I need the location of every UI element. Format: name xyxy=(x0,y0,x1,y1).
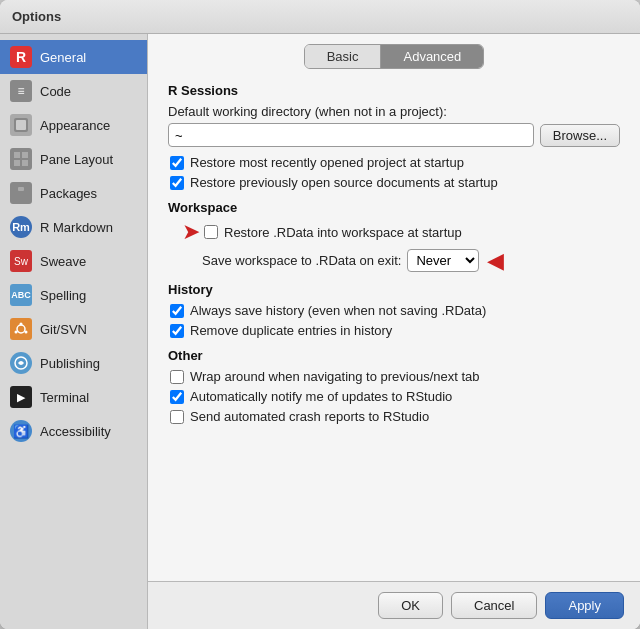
crash-reports-row: Send automated crash reports to RStudio xyxy=(168,409,620,424)
settings-area: R Sessions Default working directory (wh… xyxy=(148,69,640,581)
appearance-icon xyxy=(10,114,32,136)
wrap-around-label: Wrap around when navigating to previous/… xyxy=(190,369,480,384)
apply-button[interactable]: Apply xyxy=(545,592,624,619)
save-history-row: Always save history (even when not savin… xyxy=(168,303,620,318)
sidebar-item-rmarkdown[interactable]: Rm R Markdown xyxy=(0,210,147,244)
sidebar-item-general[interactable]: R General xyxy=(0,40,147,74)
notify-updates-row: Automatically notify me of updates to RS… xyxy=(168,389,620,404)
sweave-icon: Sw xyxy=(10,250,32,272)
save-history-label: Always save history (even when not savin… xyxy=(190,303,486,318)
browse-button[interactable]: Browse... xyxy=(540,124,620,147)
sidebar-item-sweave[interactable]: Sw Sweave xyxy=(0,244,147,278)
sidebar-label-terminal: Terminal xyxy=(40,390,89,405)
restore-rdata-row: Restore .RData into workspace at startup xyxy=(202,225,462,240)
code-icon: ≡ xyxy=(10,80,32,102)
restore-rdata-row-wrapper: ➤ Restore .RData into workspace at start… xyxy=(168,221,620,243)
pane-layout-icon xyxy=(10,148,32,170)
left-arrow-container: ➤ xyxy=(168,221,200,243)
sidebar-item-code[interactable]: ≡ Code xyxy=(0,74,147,108)
tab-advanced[interactable]: Advanced xyxy=(381,45,483,68)
notify-updates-label: Automatically notify me of updates to RS… xyxy=(190,389,452,404)
svg-rect-2 xyxy=(14,152,20,158)
sidebar-label-appearance: Appearance xyxy=(40,118,110,133)
r-sessions-title: R Sessions xyxy=(168,83,620,98)
packages-icon xyxy=(10,182,32,204)
restore-source-label: Restore previously open source documents… xyxy=(190,175,498,190)
sidebar: R General ≡ Code Appearance Pane Layout xyxy=(0,34,148,629)
tab-basic[interactable]: Basic xyxy=(305,45,382,68)
sidebar-item-appearance[interactable]: Appearance xyxy=(0,108,147,142)
restore-source-checkbox[interactable] xyxy=(170,176,184,190)
svg-rect-5 xyxy=(22,160,28,166)
restore-rdata-checkbox[interactable] xyxy=(204,225,218,239)
workspace-title: Workspace xyxy=(168,200,620,215)
main-panel: Basic Advanced R Sessions Default workin… xyxy=(148,34,640,629)
sidebar-item-pane-layout[interactable]: Pane Layout xyxy=(0,142,147,176)
sidebar-item-spelling[interactable]: ABC Spelling xyxy=(0,278,147,312)
restore-project-row: Restore most recently opened project at … xyxy=(168,155,620,170)
ok-button[interactable]: OK xyxy=(378,592,443,619)
sidebar-item-publishing[interactable]: Publishing xyxy=(0,346,147,380)
sidebar-item-terminal[interactable]: ▶ Terminal xyxy=(0,380,147,414)
restore-project-label: Restore most recently opened project at … xyxy=(190,155,464,170)
svg-point-8 xyxy=(17,325,25,333)
right-arrow-icon: ◀ xyxy=(487,250,504,272)
accessibility-icon: ♿ xyxy=(10,420,32,442)
titlebar: Options xyxy=(0,0,640,34)
remove-duplicates-label: Remove duplicate entries in history xyxy=(190,323,392,338)
save-workspace-row: Save workspace to .RData on exit: Never … xyxy=(168,249,620,272)
svg-rect-7 xyxy=(18,187,24,191)
publishing-icon xyxy=(10,352,32,374)
sidebar-label-accessibility: Accessibility xyxy=(40,424,111,439)
sidebar-item-git-svn[interactable]: Git/SVN xyxy=(0,312,147,346)
history-title: History xyxy=(168,282,620,297)
crash-reports-checkbox[interactable] xyxy=(170,410,184,424)
sidebar-label-general: General xyxy=(40,50,86,65)
window-title: Options xyxy=(12,9,61,24)
sidebar-label-publishing: Publishing xyxy=(40,356,100,371)
sidebar-label-git-svn: Git/SVN xyxy=(40,322,87,337)
sidebar-label-spelling: Spelling xyxy=(40,288,86,303)
sidebar-label-sweave: Sweave xyxy=(40,254,86,269)
general-icon: R xyxy=(10,46,32,68)
remove-duplicates-checkbox[interactable] xyxy=(170,324,184,338)
save-history-checkbox[interactable] xyxy=(170,304,184,318)
svg-rect-4 xyxy=(14,160,20,166)
sidebar-label-pane-layout: Pane Layout xyxy=(40,152,113,167)
tab-group: Basic Advanced xyxy=(304,44,485,69)
sidebar-label-code: Code xyxy=(40,84,71,99)
options-window: Options R General ≡ Code Appearance xyxy=(0,0,640,629)
sidebar-label-packages: Packages xyxy=(40,186,97,201)
wrap-around-checkbox[interactable] xyxy=(170,370,184,384)
save-workspace-label: Save workspace to .RData on exit: xyxy=(202,253,401,268)
wrap-around-row: Wrap around when navigating to previous/… xyxy=(168,369,620,384)
notify-updates-checkbox[interactable] xyxy=(170,390,184,404)
svg-rect-1 xyxy=(16,120,26,130)
sidebar-item-accessibility[interactable]: ♿ Accessibility xyxy=(0,414,147,448)
restore-project-checkbox[interactable] xyxy=(170,156,184,170)
working-dir-input[interactable] xyxy=(168,123,534,147)
svg-rect-3 xyxy=(22,152,28,158)
svg-point-10 xyxy=(15,331,18,334)
git-svn-icon xyxy=(10,318,32,340)
working-dir-label: Default working directory (when not in a… xyxy=(168,104,620,119)
save-workspace-select[interactable]: Never Always Ask xyxy=(407,249,479,272)
tab-bar: Basic Advanced xyxy=(148,34,640,69)
terminal-icon: ▶ xyxy=(10,386,32,408)
content-area: R General ≡ Code Appearance Pane Layout xyxy=(0,34,640,629)
crash-reports-label: Send automated crash reports to RStudio xyxy=(190,409,429,424)
svg-point-11 xyxy=(25,331,28,334)
left-arrow-icon: ➤ xyxy=(182,221,200,243)
restore-rdata-label: Restore .RData into workspace at startup xyxy=(224,225,462,240)
bottom-bar: OK Cancel Apply xyxy=(148,581,640,629)
other-title: Other xyxy=(168,348,620,363)
cancel-button[interactable]: Cancel xyxy=(451,592,537,619)
restore-source-row: Restore previously open source documents… xyxy=(168,175,620,190)
sidebar-label-rmarkdown: R Markdown xyxy=(40,220,113,235)
working-dir-row: Browse... xyxy=(168,123,620,147)
svg-point-9 xyxy=(20,323,23,326)
remove-duplicates-row: Remove duplicate entries in history xyxy=(168,323,620,338)
spelling-icon: ABC xyxy=(10,284,32,306)
sidebar-item-packages[interactable]: Packages xyxy=(0,176,147,210)
rmarkdown-icon: Rm xyxy=(10,216,32,238)
